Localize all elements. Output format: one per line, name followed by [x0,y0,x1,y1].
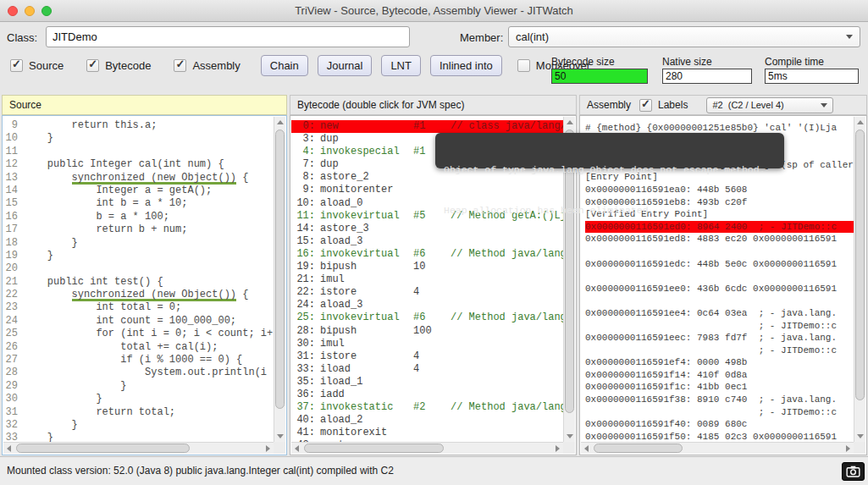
source-line[interactable]: 25 for (int i = 0; i < count; i+ [3,328,274,340]
assembly-line[interactable]: ; - JITDemo::c [585,320,854,333]
source-line[interactable]: 19 } [3,250,274,262]
source-line[interactable]: 9 return this.a; [3,119,274,132]
assembly-line[interactable]: 0x0000000116591f1c: 41bb 0ec1 [585,381,854,394]
assembly-line[interactable]: 0x0000000116591f38: 8910 c740 ; - java.l… [585,394,854,406]
assembly-line[interactable]: 0x0000000116591ee0: 436b 6cdc 0x00000001… [585,283,854,295]
bytecode-line[interactable]: 28: bipush 100 [291,325,563,338]
view-toggle-checkbox[interactable]: ✓ Assembly [174,59,240,72]
toolbar-button[interactable]: LNT [381,55,421,76]
source-line[interactable]: 29 } [3,380,274,393]
labels-checkbox[interactable]: ✓ Labels [639,99,688,112]
assembly-line[interactable]: 0x0000000116591eec: 7983 fd7f ; - java.l… [585,332,854,344]
scroll-left-button[interactable] [3,443,14,454]
scroll-left-button[interactable] [581,443,592,454]
source-line[interactable]: 18 } [3,237,274,250]
bytecode-line[interactable]: 25: invokevirtual #6 // Method java/lang… [291,311,563,324]
bytecode-line[interactable]: 33: iload 4 [291,363,563,376]
assembly-line[interactable]: ; - JITDemo::c [585,406,854,419]
source-line[interactable]: 17 return b + num; [3,223,274,236]
scroll-down-button[interactable] [564,431,575,442]
bytecode-line[interactable]: 21: imul [291,273,563,286]
assembly-line[interactable]: 0x0000000116591f14: 410f 0d8a [585,369,854,382]
source-line[interactable]: 28 System.out.println(i [3,367,274,379]
maximize-button[interactable] [41,6,52,16]
horizontal-scrollbar[interactable] [3,442,274,454]
source-line[interactable]: 10 } [3,132,274,145]
source-line[interactable]: 26 total += cal(i); [3,341,274,354]
source-line[interactable]: 30 } [3,393,274,405]
bytecode-line[interactable]: 22: istore 4 [291,286,563,299]
horizontal-scrollbar[interactable] [291,442,563,454]
vertical-scrollbar[interactable] [854,117,865,442]
toolbar-button[interactable]: Chain [261,55,308,76]
scrollbar-thumb[interactable] [855,130,865,400]
scrollbar-thumb[interactable] [275,130,285,409]
view-toggle-checkbox[interactable]: ✓ Bytecode [86,59,151,72]
source-line[interactable]: 22 synchronized (new Object()) { [3,289,274,301]
bytecode-line[interactable]: 41: monitorexit [291,427,563,439]
class-input[interactable] [46,26,410,47]
bytecode-line[interactable]: 16: invokevirtual #6 // Method java/lang… [291,248,563,261]
bytecode-mnemonic: astore_3 [320,223,413,235]
assembly-line[interactable]: 0x0000000116591f40: 0089 680c [585,418,854,431]
assembly-line[interactable] [585,295,854,307]
scrollbar-thumb[interactable] [304,444,444,453]
line-number: 24 [3,315,18,328]
assembly-line[interactable]: 0x0000000116591ef4: 0000 498b [585,356,854,369]
bytecode-line[interactable]: 0: new #1 // class java/lang/ [291,120,563,133]
assembly-line[interactable] [585,245,854,258]
source-line[interactable]: 24 int count = 100_000_00; [3,315,274,328]
scroll-down-button[interactable] [854,431,865,442]
bytecode-line[interactable]: 19: bipush 10 [291,261,563,273]
source-line[interactable]: 15 int b = a * 10; [3,197,274,210]
minimize-button[interactable] [25,6,35,16]
source-line[interactable]: 21 public int test() { [3,276,274,289]
member-select[interactable]: cal(int) [508,26,860,47]
assembly-line[interactable]: 0x0000000116591ee4: 0c64 03ea ; - java.l… [585,307,854,320]
bytecode-line[interactable]: 31: istore 4 [291,350,563,363]
compilation-select[interactable]: #2 (C2 / Level 4) [706,97,833,113]
bytecode-line[interactable]: 35: iload_1 [291,376,563,389]
scroll-up-button[interactable] [274,117,285,128]
source-line[interactable]: 11 [3,146,274,158]
assembly-line[interactable]: 0x0000000116591f50: 4185 02c3 0x00000001… [585,431,854,442]
bytecode-line[interactable]: 30: imul [291,338,563,350]
horizontal-scrollbar[interactable] [581,442,854,454]
source-line[interactable]: 27 if (i % 1000 == 0) { [3,354,274,367]
source-line[interactable]: 23 int total = 0; [3,301,274,314]
scroll-right-button[interactable] [843,443,854,454]
scroll-right-button[interactable] [552,443,563,454]
toolbar-button[interactable]: Journal [318,55,373,76]
screenshot-button[interactable] [842,462,865,481]
source-line[interactable]: 31 return total; [3,406,274,419]
vertical-scrollbar[interactable] [274,117,285,442]
source-line[interactable]: 20 [3,262,274,275]
assembly-line[interactable]: 0x0000000116591edc: 448b 5e0c 0x00000001… [585,258,854,271]
scrollbar-thumb[interactable] [16,444,190,453]
source-line[interactable]: 16 b = a * 100; [3,211,274,223]
scrollbar-thumb[interactable] [594,444,683,453]
bytecode-line[interactable]: 36: iadd [291,389,563,401]
source-line[interactable]: 14 Integer a = getA(); [3,185,274,197]
source-line[interactable]: 32 } [3,419,274,432]
toolbar-button[interactable]: Inlined into [430,55,502,76]
scroll-left-button[interactable] [291,443,302,454]
source-line[interactable]: 33 } [3,432,274,442]
bytecode-line[interactable]: 24: aload_3 [291,299,563,311]
assembly-line[interactable] [585,270,854,283]
bytecode-line[interactable]: 37: invokestatic #2 // Method java/lang/ [291,401,563,414]
view-toggle-checkbox[interactable]: ✓ Source [10,59,64,72]
bytecode-mnemonic: aload_2 [320,414,413,427]
scroll-right-button[interactable] [263,443,274,454]
assembly-line[interactable]: ; - JITDemo::c [585,344,854,357]
source-code-area[interactable]: 9 return this.a; 10 } 11 [2,115,287,455]
scroll-up-button[interactable] [564,117,575,128]
close-button[interactable] [8,6,18,16]
assembly-text: 0x0000000116591f1c: 41bb 0ec1 [585,382,747,392]
scroll-down-button[interactable] [274,431,285,442]
source-line[interactable]: 12 public Integer cal(int num) { [3,158,274,171]
bytecode-offset: 35: [295,376,315,389]
bytecode-line[interactable]: 40: aload_2 [291,414,563,427]
source-line[interactable]: 13 synchronized (new Object()) { [3,172,274,185]
scroll-up-button[interactable] [854,117,865,128]
